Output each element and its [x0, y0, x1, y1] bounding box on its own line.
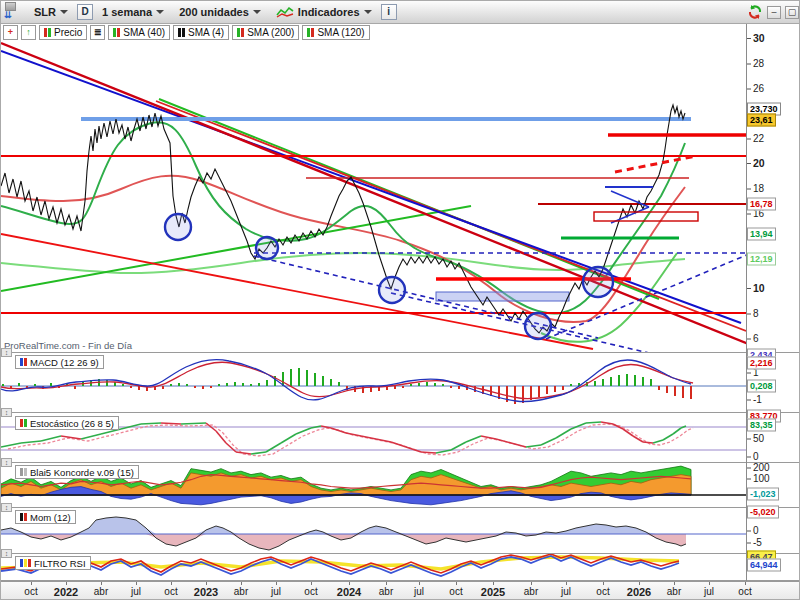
daily-button[interactable]: D — [77, 4, 93, 20]
indicator-label-text: FILTRO RSI — [34, 558, 86, 569]
date-label: 2022 — [54, 586, 78, 598]
indicator-color-icon — [20, 559, 31, 567]
axis-value-tag: 16,78 — [747, 198, 776, 211]
panel-divider — [1, 553, 800, 554]
axis-value-tag: 2,434 — [747, 349, 776, 362]
toolbar-right-group: – ▢ — [747, 4, 800, 20]
legend-item-sma-1[interactable]: SMA (4) — [173, 25, 229, 40]
timeframe-label: 1 semana — [102, 6, 152, 18]
date-tick — [493, 582, 494, 585]
axis-tick-label: 6 — [753, 333, 759, 344]
minimize-button[interactable]: – — [767, 6, 781, 19]
indicator-color-icon — [20, 419, 27, 427]
legend-item-sma-2[interactable]: SMA (200) — [232, 25, 299, 40]
date-label: jul — [561, 586, 571, 597]
maximize-button[interactable]: ▢ — [785, 6, 799, 19]
watermark: ProRealTime.com - Fin de Día — [4, 340, 132, 351]
indicator-label[interactable]: Mom (12) — [15, 510, 76, 524]
axis-tick-label: 28 — [753, 58, 764, 69]
panel-resize-icon[interactable]: ↕ — [1, 549, 12, 558]
axis-tick-label: 50 — [753, 433, 764, 444]
date-tick — [349, 582, 350, 585]
series-label: SMA (4) — [188, 27, 224, 38]
units-selector[interactable]: 200 unidades — [173, 3, 267, 21]
series-color-icon — [44, 28, 51, 37]
legend-item-precio[interactable]: Precio — [39, 25, 87, 40]
date-tick — [136, 582, 137, 585]
date-label: jul — [131, 586, 141, 597]
axis-value-tag: 83,35 — [747, 419, 776, 432]
indicator-label-text: Blai5 Koncorde v.09 (15) — [30, 467, 134, 478]
indicators-label: Indicadores — [298, 6, 360, 18]
filtro-rsi-panel-canvas[interactable] — [1, 554, 746, 580]
chevron-down-icon — [253, 10, 261, 14]
date-label: 2023 — [194, 586, 218, 598]
axis-value-tag: -1,023 — [747, 488, 779, 501]
axis-tick-label: 8 — [753, 308, 759, 319]
date-tick — [456, 582, 457, 585]
series-label: SMA (200) — [247, 27, 294, 38]
indicator-label[interactable]: Estocástico (26 8 5) — [15, 416, 119, 430]
timeframe-selector[interactable]: 1 semana — [96, 3, 170, 21]
axis-value-tag: 13,94 — [747, 228, 776, 241]
chevron-down-icon — [156, 10, 164, 14]
date-tick — [386, 582, 387, 585]
series-label: Precio — [54, 27, 82, 38]
momentum-panel-canvas[interactable] — [1, 508, 746, 552]
axis-tick-label: 30 — [753, 32, 765, 44]
date-tick — [31, 582, 32, 585]
workspace-icon[interactable]: ⇊ — [3, 2, 25, 22]
date-axis[interactable]: oct2022abrjuloct2023abrjuloct2024abrjulo… — [1, 581, 800, 600]
indicators-button[interactable]: Indicadores — [270, 3, 378, 21]
info-button[interactable]: i — [381, 4, 397, 20]
prorealtime-window: ⇊ SLR D 1 semana 200 unidades Indicador — [0, 0, 800, 600]
indicator-label[interactable]: MACD (12 26 9) — [15, 355, 104, 369]
series-color-icon — [113, 28, 120, 37]
series-label: SMA (40) — [123, 27, 165, 38]
axis-tick-label: 0 — [753, 525, 759, 536]
panel-resize-icon[interactable]: ↕ — [1, 408, 12, 417]
toolbar: ⇊ SLR D 1 semana 200 unidades Indicador — [1, 1, 800, 24]
add-indicator-button[interactable]: + — [3, 25, 18, 40]
indicator-label[interactable]: FILTRO RSI — [15, 556, 91, 570]
axis-tick-label: 18 — [753, 183, 764, 194]
axis-value-tag: 0,208 — [747, 380, 776, 393]
panel-resize-icon[interactable]: ↕ — [1, 458, 12, 467]
date-tick — [171, 582, 172, 585]
axis-tick-label: 100 — [753, 473, 770, 484]
date-label: 2024 — [337, 586, 361, 598]
symbol-label: SLR — [34, 6, 56, 18]
indicator-label-text: MACD (12 26 9) — [30, 357, 99, 368]
date-label: abr — [524, 586, 538, 597]
symbol-selector[interactable]: SLR — [28, 3, 74, 21]
series-label: SMA (120) — [317, 27, 364, 38]
legend-item-sma-0[interactable]: SMA (40) — [108, 25, 170, 40]
panel-divider — [1, 412, 800, 413]
axis-tick-label: 0 — [753, 451, 759, 462]
axis-tick-label: -1 — [753, 394, 762, 405]
indicator-color-icon — [20, 468, 27, 476]
price-chart-canvas[interactable] — [1, 23, 746, 353]
panel-resize-icon[interactable]: ↕ — [1, 348, 12, 357]
chevron-down-icon — [60, 10, 68, 14]
legend-item-sma-3[interactable]: SMA (120) — [302, 25, 369, 40]
date-label: oct — [304, 586, 317, 597]
date-label: oct — [449, 586, 462, 597]
date-label: abr — [234, 586, 248, 597]
date-tick — [531, 582, 532, 585]
date-tick — [66, 582, 67, 585]
move-up-button[interactable]: ↑ — [21, 25, 36, 40]
axis-value-tag: 12,19 — [747, 253, 776, 266]
indicator-label[interactable]: Blai5 Koncorde v.09 (15) — [15, 465, 139, 479]
macd-panel-canvas[interactable] — [1, 353, 746, 411]
legend-bar: +↑Precio≣SMA (40)SMA (4)SMA (200)SMA (12… — [3, 25, 370, 39]
axis-value-tag: 2,216 — [747, 357, 776, 370]
price-axis-divider — [746, 23, 747, 581]
panel-resize-icon[interactable]: ↕ — [1, 503, 12, 512]
date-tick — [745, 582, 746, 585]
list-icon[interactable]: ≣ — [90, 25, 105, 40]
date-tick — [276, 582, 277, 585]
refresh-icon[interactable] — [747, 4, 763, 20]
axis-value-tag: 64,944 — [747, 559, 781, 572]
date-tick — [101, 582, 102, 585]
